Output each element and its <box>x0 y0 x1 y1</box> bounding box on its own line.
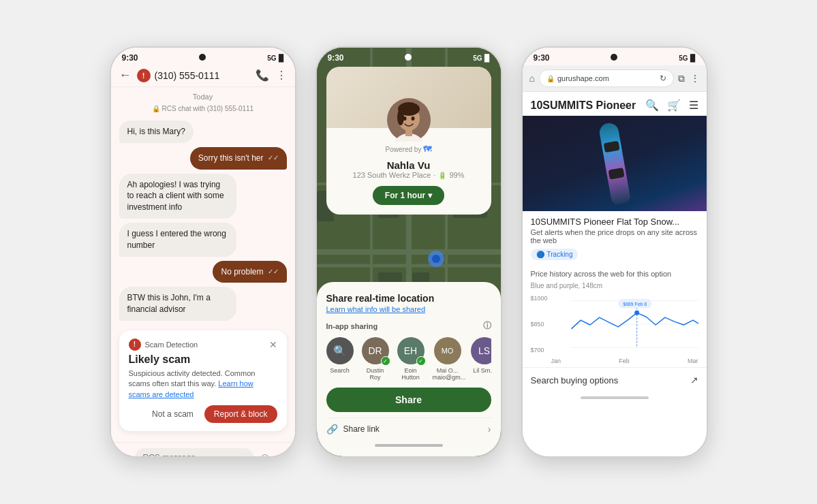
share-person-eoin[interactable]: EH ✓ Eoin Hutton <box>397 337 425 381</box>
mai-name: Mai O... maio@gm... <box>433 367 463 381</box>
status-bar-1: 9:30 5G ▉ <box>111 48 295 65</box>
call-icon[interactable]: 📞 <box>256 69 269 82</box>
time-3: 9:30 <box>534 53 550 63</box>
message-input[interactable] <box>135 448 253 458</box>
search-label: Search <box>330 367 350 374</box>
search-buying-label: Search buying options <box>531 375 619 385</box>
svg-point-21 <box>397 109 404 125</box>
chart-subtitle: Blue and purple, 148cm <box>531 282 698 289</box>
product-subtitle: Get alerts when the price drops on any s… <box>531 228 698 245</box>
powered-by: Powered by 🗺 <box>326 144 491 154</box>
read-check: ✓✓ <box>268 267 279 277</box>
status-icons-1: 5G ▉ <box>267 54 283 62</box>
share-section-header: In-app sharing ⓘ <box>326 320 491 332</box>
url-bar[interactable]: 🔒 gurushape.com ↻ <box>539 69 674 87</box>
read-check: ✓✓ <box>268 153 279 163</box>
share-link-row[interactable]: 🔗 Share link › <box>326 418 491 440</box>
shield-icon: 🔒 <box>546 75 555 82</box>
add-attachment-button[interactable]: ⊕ <box>118 450 129 458</box>
eoin-name: Eoin Hutton <box>397 367 425 381</box>
google-logo: 🗺 <box>423 144 431 154</box>
menu-hamburger-icon[interactable]: ☰ <box>689 99 698 112</box>
product-image <box>523 116 707 211</box>
bubble-received: BTW this is John, I'm a financial adviso… <box>119 287 236 321</box>
emoji-button[interactable]: ☺ <box>259 451 271 458</box>
voice-button[interactable]: 🎤 <box>291 452 296 458</box>
home-indicator-3 <box>581 396 649 399</box>
back-button[interactable]: ← <box>119 68 132 82</box>
scam-detection-card: ! Scam Detection ✕ Likely scam Suspiciou… <box>119 330 287 431</box>
product-title: 10SUMMITS Pioneer Flat Top Snow... <box>531 217 698 227</box>
svg-point-22 <box>403 116 406 121</box>
share-button[interactable]: Share <box>326 388 491 412</box>
share-person-dustin[interactable]: DR ✓ Dustin Roy <box>362 337 389 381</box>
bubble-received: Hi, is this Mary? <box>119 121 194 143</box>
not-scam-button[interactable]: Not a scam <box>147 407 199 422</box>
message-bubble-row: I guess I entered the wrong number <box>119 223 287 261</box>
scam-icon: ! <box>129 338 141 351</box>
duration-button[interactable]: For 1 hour ▾ <box>373 186 444 205</box>
cart-icon[interactable]: 🛒 <box>667 99 681 112</box>
shop-header-icons: 🔍 🛒 ☰ <box>645 99 698 112</box>
messages-area: Hi, is this Mary? Sorry this isn't her ✓… <box>111 118 295 439</box>
share-person-search[interactable]: 🔍 Search <box>326 337 354 381</box>
share-person-lil[interactable]: LS Lil Sm... <box>471 337 491 381</box>
chart-x-labels: Jan Feb Mar <box>531 358 698 364</box>
tracking-dot: 🔵 <box>536 251 544 258</box>
link-icon: 🔗 <box>326 424 338 435</box>
person-name: Nahla Vu <box>326 159 491 171</box>
sticker-button[interactable]: ⊞ <box>277 452 286 458</box>
svg-point-15 <box>432 255 440 263</box>
share-people-list: 🔍 Search DR ✓ Dustin Roy <box>326 337 491 381</box>
scam-card-header: ! Scam Detection ✕ <box>129 338 277 351</box>
scam-actions: Not a scam Report & block <box>129 405 277 423</box>
home-icon[interactable]: ⌂ <box>529 73 535 84</box>
message-header: ← ! (310) 555-0111 📞 ⋮ <box>111 65 295 87</box>
message-input-bar: ⊕ ☺ ⊞ 🎤 <box>111 442 295 458</box>
share-link-chevron: › <box>488 424 491 435</box>
mai-avatar: MO <box>434 337 461 364</box>
message-bubble-row-sent: No problem ✓✓ <box>119 261 287 287</box>
share-sheet-subtitle[interactable]: Learn what info will be shared <box>326 305 491 313</box>
tracking-label: Tracking <box>547 251 573 258</box>
eoin-avatar: EH ✓ <box>397 337 425 364</box>
menu-icon[interactable]: ⋮ <box>690 73 700 84</box>
phone-1: 9:30 5G ▉ ← ! (310) 555-0111 📞 ⋮ Today <box>110 46 296 458</box>
bubble-sent: Sorry this isn't her ✓✓ <box>190 147 287 170</box>
home-indicator-2 <box>375 444 443 447</box>
dustin-avatar: DR ✓ <box>362 337 389 364</box>
contact-photo-background <box>326 67 491 128</box>
share-sheet-title: Share real-time location <box>326 293 491 304</box>
search-buying-button[interactable]: Search buying options ↗ <box>523 367 707 392</box>
external-link-icon: ↗ <box>690 375 698 385</box>
location-card: Powered by 🗺 Nahla Vu 123 South Werkz Pl… <box>326 67 491 215</box>
search-icon[interactable]: 🔍 <box>645 99 659 112</box>
report-block-button[interactable]: Report & block <box>204 405 277 423</box>
share-person-mai[interactable]: MO Mai O... maio@gm... <box>433 337 463 381</box>
camera-notch-3 <box>611 54 617 62</box>
header-action-icons: 📞 ⋮ <box>256 69 287 82</box>
eoin-check: ✓ <box>416 356 426 366</box>
svg-point-23 <box>411 116 414 121</box>
price-chart: $1000 $850 $700 <box>531 294 698 355</box>
info-icon[interactable]: ⓘ <box>483 320 491 332</box>
battery-separator: · <box>433 171 435 179</box>
phone-2: 9:30 5G ▉ <box>315 46 502 458</box>
bubble-sent: No problem ✓✓ <box>213 261 286 283</box>
scam-close-button[interactable]: ✕ <box>269 339 277 350</box>
scam-title: Likely scam <box>129 353 277 366</box>
message-bubble-row: BTW this is John, I'm a financial adviso… <box>119 287 287 325</box>
shop-header: 10SUMMITS Pioneer 🔍 🛒 ☰ <box>523 92 707 116</box>
search-avatar: 🔍 <box>326 337 354 364</box>
reload-icon[interactable]: ↻ <box>660 74 666 83</box>
status-bar-2: 9:30 5G ▉ <box>317 48 501 65</box>
camera-notch-1 <box>199 54 206 62</box>
tab-switcher-icon[interactable]: ⧉ <box>678 73 685 84</box>
chart-y-labels: $1000 $850 $700 <box>531 294 548 355</box>
binding-bottom <box>608 168 624 180</box>
snowboard-visual <box>598 121 630 205</box>
rcs-label: 🔒 RCS chat with (310) 555-0111 <box>111 104 295 118</box>
more-menu-icon[interactable]: ⋮ <box>276 69 287 82</box>
share-sheet: Share real-time location Learn what info… <box>317 282 501 456</box>
chart-title: Price history across the web for this op… <box>531 270 698 278</box>
